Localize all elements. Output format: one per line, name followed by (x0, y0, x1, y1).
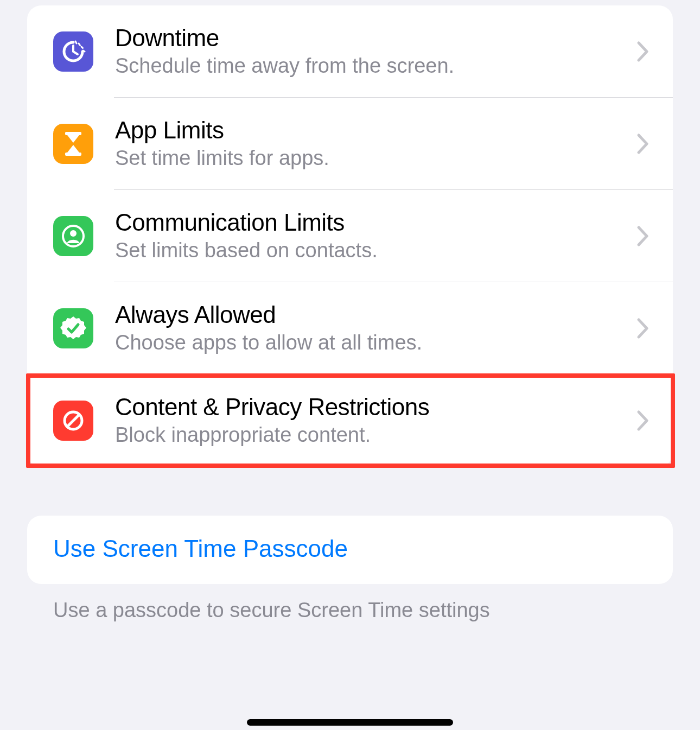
row-text: Always Allowed Choose apps to allow at a… (115, 302, 637, 355)
hourglass-icon (53, 124, 93, 164)
row-title: Downtime (115, 25, 626, 51)
home-indicator (247, 719, 453, 726)
svg-line-9 (67, 415, 79, 427)
chevron-right-icon (637, 134, 649, 154)
passcode-group: Use Screen Time Passcode (27, 516, 673, 584)
svg-line-3 (83, 50, 85, 52)
svg-rect-4 (65, 132, 81, 135)
svg-line-0 (75, 41, 77, 43)
chevron-right-icon (637, 226, 649, 246)
svg-rect-5 (65, 153, 81, 156)
row-subtitle: Set limits based on contacts. (115, 239, 626, 263)
always-allowed-row[interactable]: Always Allowed Choose apps to allow at a… (27, 282, 673, 374)
svg-line-2 (81, 47, 83, 48)
row-text: Downtime Schedule time away from the scr… (115, 25, 637, 78)
row-title: Content & Privacy Restrictions (115, 394, 626, 420)
contact-circle-icon (53, 216, 93, 256)
row-text: Communication Limits Set limits based on… (115, 210, 637, 263)
content-privacy-restrictions-row[interactable]: Content & Privacy Restrictions Block ina… (27, 374, 673, 467)
passcode-footer-text: Use a passcode to secure Screen Time set… (27, 598, 673, 623)
check-badge-icon (53, 308, 93, 348)
clock-sleep-icon (53, 31, 93, 72)
svg-line-1 (79, 43, 80, 46)
row-subtitle: Choose apps to allow at all times. (115, 331, 626, 355)
row-subtitle: Block inappropriate content. (115, 423, 626, 447)
communication-limits-row[interactable]: Communication Limits Set limits based on… (27, 190, 673, 282)
svg-point-7 (70, 230, 77, 237)
row-text: App Limits Set time limits for apps. (115, 117, 637, 170)
chevron-right-icon (637, 410, 649, 431)
row-text: Content & Privacy Restrictions Block ina… (115, 394, 637, 447)
row-subtitle: Set time limits for apps. (115, 147, 626, 170)
downtime-row[interactable]: Downtime Schedule time away from the scr… (27, 5, 673, 98)
row-title: Communication Limits (115, 210, 626, 236)
row-title: Always Allowed (115, 302, 626, 328)
row-title: App Limits (115, 117, 626, 143)
use-screen-time-passcode-button[interactable]: Use Screen Time Passcode (27, 516, 673, 584)
screen-time-options-group: Downtime Schedule time away from the scr… (27, 5, 673, 467)
chevron-right-icon (637, 318, 649, 339)
chevron-right-icon (637, 41, 649, 62)
row-subtitle: Schedule time away from the screen. (115, 54, 626, 78)
app-limits-row[interactable]: App Limits Set time limits for apps. (27, 98, 673, 190)
no-symbol-icon (53, 401, 93, 441)
